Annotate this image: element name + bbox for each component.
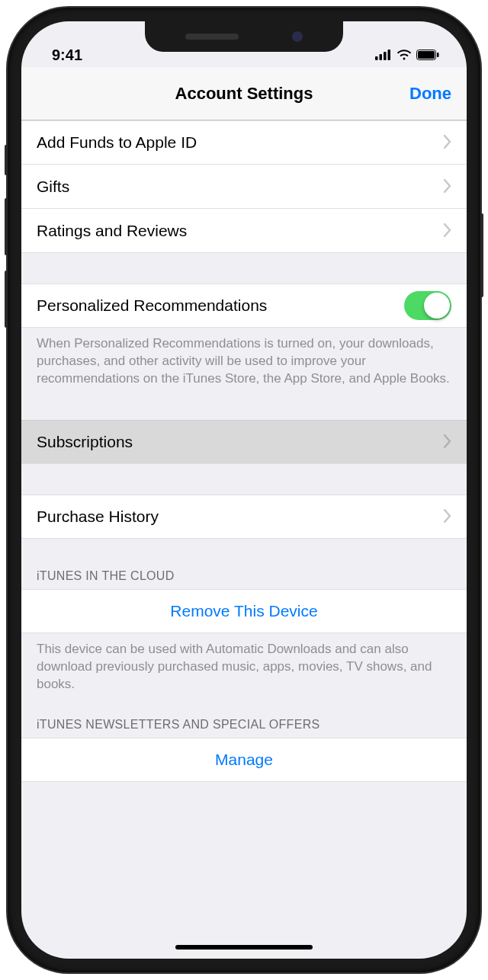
nav-bar: Account Settings Done bbox=[21, 67, 467, 120]
content: Add Funds to Apple ID Gifts Ratings and … bbox=[21, 120, 467, 782]
gifts-cell[interactable]: Gifts bbox=[21, 165, 467, 209]
power-button bbox=[480, 213, 483, 297]
chevron-right-icon bbox=[444, 176, 451, 197]
speaker bbox=[185, 34, 239, 40]
front-camera bbox=[292, 31, 303, 42]
chevron-right-icon bbox=[444, 220, 451, 242]
side-button bbox=[5, 145, 8, 175]
section-gap bbox=[21, 253, 467, 283]
cell-label: Manage bbox=[215, 751, 273, 769]
personalized-recommendations-cell: Personalized Recommendations bbox=[21, 283, 467, 328]
manage-button[interactable]: Manage bbox=[21, 738, 467, 782]
chevron-right-icon bbox=[444, 506, 451, 527]
itunes-cloud-header: iTUNES IN THE CLOUD bbox=[21, 539, 467, 589]
add-funds-cell[interactable]: Add Funds to Apple ID bbox=[21, 120, 467, 165]
page-title: Account Settings bbox=[175, 84, 313, 104]
purchase-history-cell[interactable]: Purchase History bbox=[21, 495, 467, 539]
phone-frame: 9:41 Account Settings Done Add Funds to … bbox=[8, 8, 480, 972]
chevron-right-icon bbox=[444, 431, 451, 453]
cell-label: Subscriptions bbox=[37, 433, 133, 451]
section-gap bbox=[21, 399, 467, 420]
subscriptions-cell[interactable]: Subscriptions bbox=[21, 420, 467, 464]
notch bbox=[145, 21, 343, 52]
svg-rect-6 bbox=[437, 53, 439, 57]
volume-down-button bbox=[5, 271, 8, 328]
volume-up-button bbox=[5, 198, 8, 255]
chevron-right-icon bbox=[444, 132, 451, 153]
wifi-icon bbox=[396, 46, 412, 64]
svg-rect-3 bbox=[388, 50, 391, 60]
cellular-icon bbox=[375, 46, 392, 64]
done-button[interactable]: Done bbox=[409, 84, 451, 104]
svg-rect-2 bbox=[384, 52, 387, 60]
newsletters-header: iTUNES NEWSLETTERS AND SPECIAL OFFERS bbox=[21, 704, 467, 738]
svg-rect-5 bbox=[418, 51, 435, 59]
screen: 9:41 Account Settings Done Add Funds to … bbox=[21, 21, 467, 959]
cell-label: Add Funds to Apple ID bbox=[37, 133, 197, 152]
status-time: 9:41 bbox=[52, 46, 82, 64]
status-icons bbox=[375, 46, 439, 64]
cell-label: Purchase History bbox=[37, 508, 159, 526]
cell-label: Gifts bbox=[37, 178, 69, 196]
home-indicator[interactable] bbox=[175, 945, 313, 950]
section-gap bbox=[21, 464, 467, 495]
svg-rect-0 bbox=[375, 56, 378, 60]
cell-label: Personalized Recommendations bbox=[37, 296, 267, 315]
cell-label: Remove This Device bbox=[170, 602, 317, 620]
battery-icon bbox=[416, 46, 439, 64]
personalized-footer: When Personalized Recommendations is tur… bbox=[21, 328, 467, 399]
cell-label: Ratings and Reviews bbox=[37, 222, 187, 240]
icloud-footer: This device can be used with Automatic D… bbox=[21, 633, 467, 704]
svg-rect-1 bbox=[380, 54, 383, 60]
remove-device-button[interactable]: Remove This Device bbox=[21, 589, 467, 633]
ratings-reviews-cell[interactable]: Ratings and Reviews bbox=[21, 209, 467, 253]
personalized-toggle[interactable] bbox=[404, 291, 451, 320]
